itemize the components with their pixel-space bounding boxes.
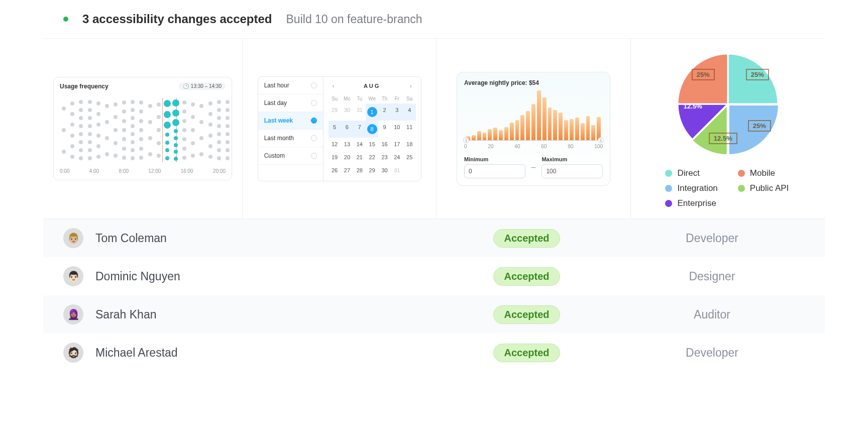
calendar-day[interactable]: 29 xyxy=(366,164,378,177)
reviewer-role: Designer xyxy=(619,270,805,283)
status-col: Accepted xyxy=(434,305,619,324)
build-info: Build 10 on feature-branch xyxy=(286,13,422,26)
usage-column xyxy=(78,98,84,162)
calendar-preset[interactable]: Last month xyxy=(258,130,323,147)
calendar-day[interactable]: 17 xyxy=(391,138,403,151)
avatar: 🧕🏽 xyxy=(63,304,83,324)
preset-label: Last day xyxy=(264,99,287,106)
reviewer-identity: 👨🏻Dominic Nguyen xyxy=(63,266,434,286)
calendar-day[interactable]: 15 xyxy=(366,138,378,151)
panel-usage[interactable]: Usage frequency 🕐 13:30 – 14:30 0:004:00… xyxy=(43,39,243,219)
radio-icon xyxy=(311,100,317,106)
header: 3 accessibility changes accepted Build 1… xyxy=(43,0,825,39)
calendar-day[interactable]: 14 xyxy=(353,138,366,151)
legend-label: Enterprise xyxy=(677,198,716,208)
panel-histogram[interactable]: Average nightly price: $54 || || 0204060… xyxy=(437,39,630,219)
thumbnails-row: Usage frequency 🕐 13:30 – 14:30 0:004:00… xyxy=(43,39,825,219)
usage-axis: 0:004:008:0012:0016:0020:00 xyxy=(54,165,232,180)
calendar-day[interactable]: 22 xyxy=(366,151,378,164)
slider-handle-max[interactable]: || xyxy=(598,137,604,143)
calendar-presets: Last hourLast dayLast weekLast monthCust… xyxy=(258,77,323,181)
usage-title: Usage frequency xyxy=(60,83,108,90)
axis-tick: 16:00 xyxy=(181,168,193,174)
reviewers-list: 👨🏼Tom ColemanAcceptedDeveloper👨🏻Dominic … xyxy=(43,219,825,372)
usage-card: Usage frequency 🕐 13:30 – 14:30 0:004:00… xyxy=(53,77,232,180)
calendar-day[interactable]: 26 xyxy=(329,164,341,177)
histogram-bar xyxy=(499,130,503,140)
calendar-day[interactable]: 1 xyxy=(366,103,378,121)
axis-tick: 0 xyxy=(464,144,467,149)
axis-tick: 100 xyxy=(594,144,603,149)
histogram-bar xyxy=(564,120,568,140)
calendar-day[interactable]: 18 xyxy=(403,138,416,151)
reviewer-identity: 🧔🏻Michael Arestad xyxy=(63,343,434,363)
radio-icon xyxy=(311,118,317,124)
usage-column xyxy=(61,98,67,162)
calendar-month: AUG xyxy=(364,83,380,89)
histogram-title: Average nightly price: $54 xyxy=(464,79,603,86)
usage-column xyxy=(181,98,187,162)
calendar-preset[interactable]: Last week xyxy=(258,112,323,130)
calendar-preset[interactable]: Last hour xyxy=(258,77,323,94)
panel-pie[interactable]: 25% 25% 12.5% 12.5% 25% DirectMobileInte… xyxy=(631,39,825,219)
slice-label: 25% xyxy=(746,69,769,80)
calendar-day[interactable]: 30 xyxy=(378,164,391,177)
max-input[interactable] xyxy=(541,164,603,178)
status-col: Accepted xyxy=(434,344,619,362)
calendar-day[interactable]: 5 xyxy=(329,121,341,138)
calendar-day[interactable]: 8 xyxy=(366,121,378,138)
slider-handle-min[interactable]: || xyxy=(463,137,469,143)
calendar-day[interactable]: 7 xyxy=(353,121,366,138)
status-col: Accepted xyxy=(434,267,619,286)
dow-label: Tu xyxy=(353,94,366,103)
calendar-day[interactable]: 31 xyxy=(353,103,366,121)
panel-calendar[interactable]: Last hourLast dayLast weekLast monthCust… xyxy=(243,39,437,219)
calendar-preset[interactable]: Last day xyxy=(258,94,323,112)
calendar-nav: ‹ AUG › xyxy=(329,81,416,94)
histogram-bar xyxy=(586,116,590,140)
calendar-day[interactable]: 9 xyxy=(378,121,391,138)
calendar-day[interactable]: 12 xyxy=(329,138,341,151)
usage-column xyxy=(198,98,204,162)
reviewer-name: Sarah Khan xyxy=(95,308,156,321)
calendar-day[interactable]: 16 xyxy=(378,138,391,151)
chevron-left-icon[interactable]: ‹ xyxy=(330,82,338,90)
calendar-day[interactable]: 20 xyxy=(341,151,354,164)
calendar-day[interactable]: 29 xyxy=(329,103,341,121)
legend-item: Mobile xyxy=(738,168,790,178)
histogram-bar xyxy=(477,131,481,140)
calendar-day[interactable]: 25 xyxy=(403,151,416,164)
calendar-day[interactable]: 11 xyxy=(403,121,416,138)
calendar-day[interactable]: 2 xyxy=(378,103,391,121)
clock-icon: 🕐 xyxy=(183,83,189,89)
histogram-bar xyxy=(570,119,574,140)
calendar-preset[interactable]: Custom xyxy=(258,147,323,165)
usage-column xyxy=(104,98,110,162)
usage-column xyxy=(113,98,119,162)
calendar-day[interactable]: 21 xyxy=(353,151,366,164)
max-label: Maximum xyxy=(541,156,603,162)
calendar-day[interactable]: 28 xyxy=(353,164,366,177)
calendar-day[interactable]: 24 xyxy=(391,151,403,164)
calendar-day[interactable]: 23 xyxy=(378,151,391,164)
chevron-right-icon[interactable]: › xyxy=(407,82,415,90)
axis-tick: 12:00 xyxy=(148,168,161,174)
calendar-day[interactable]: 19 xyxy=(329,151,341,164)
calendar-day[interactable]: 13 xyxy=(341,138,354,151)
guide-line xyxy=(162,98,163,162)
calendar-day[interactable]: 30 xyxy=(341,103,354,121)
calendar-day[interactable]: 31 xyxy=(391,164,403,177)
dow-label: Sa xyxy=(403,94,416,103)
preset-label: Last month xyxy=(264,135,294,142)
calendar-day[interactable]: 4 xyxy=(403,103,416,121)
calendar-day[interactable]: 10 xyxy=(391,121,403,138)
histogram-bar xyxy=(483,133,487,140)
calendar-day[interactable]: 27 xyxy=(341,164,354,177)
min-input[interactable] xyxy=(464,164,525,178)
calendar-day[interactable]: 6 xyxy=(341,121,354,138)
legend-label: Mobile xyxy=(750,168,775,178)
reviewer-role: Developer xyxy=(619,346,805,360)
usage-column xyxy=(164,98,170,162)
legend-item: Public API xyxy=(738,183,790,193)
calendar-day[interactable]: 3 xyxy=(391,103,403,121)
